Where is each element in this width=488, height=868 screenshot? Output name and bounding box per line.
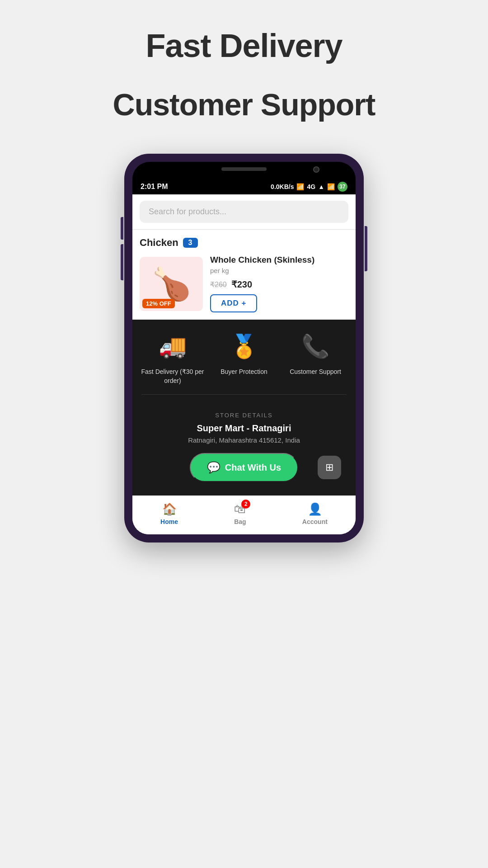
product-info: Whole Chicken (Skinless) per kg ₹260 ₹23… (210, 255, 348, 312)
chat-with-us-button[interactable]: 💬 Chat With Us (190, 453, 298, 482)
nav-bag[interactable]: 🛍 2 Bag (234, 502, 246, 525)
features-divider (141, 394, 347, 395)
nav-account-label: Account (302, 518, 328, 525)
guarantee-icon: 🏅 (228, 330, 260, 362)
store-section: STORE DETAILS Super Mart - Ratnagiri Rat… (132, 404, 356, 495)
volume-up-button (121, 217, 123, 240)
signal-lte: ▲ (318, 183, 324, 190)
price-new: ₹230 (231, 279, 252, 290)
bag-wrap: 🛍 2 (234, 502, 246, 516)
store-section-label: STORE DETAILS (140, 412, 348, 419)
phone-screen: Search for products... Chicken 3 🍗 12% O… (132, 194, 356, 534)
battery-level: 37 (338, 182, 347, 192)
status-icons: 0.0KB/s 📶 4G ▲ 📶 37 (271, 182, 347, 192)
support-icon: 📞 (300, 330, 331, 362)
signal-bars: 📶 (296, 183, 304, 190)
product-card: 🍗 12% OFF Whole Chicken (Skinless) per k… (140, 255, 348, 312)
search-placeholder: Search for products... (149, 207, 226, 216)
features-row: 🚚 Fast Delivery (₹30 per order) 🏅 Buyer … (137, 330, 351, 385)
phone-notch (132, 162, 356, 179)
nav-home-label: Home (160, 518, 178, 525)
search-section: Search for products... (132, 194, 356, 229)
product-section: Chicken 3 🍗 12% OFF Whole Chicken (Skinl… (132, 230, 356, 320)
product-name: Whole Chicken (Skinless) (210, 255, 348, 265)
account-icon: 👤 (308, 502, 322, 516)
store-name: Super Mart - Ratnagiri (140, 423, 348, 434)
feature-fast-delivery: 🚚 Fast Delivery (₹30 per order) (141, 330, 204, 385)
buyer-protection-label: Buyer Protection (221, 368, 267, 377)
qr-icon: ⊞ (325, 462, 333, 473)
volume-down-button (121, 244, 123, 280)
speaker-grill (221, 167, 267, 171)
qr-code-button[interactable]: ⊞ (318, 456, 341, 479)
status-bar: 2:01 PM 0.0KB/s 📶 4G ▲ 📶 37 (132, 179, 356, 194)
nav-account[interactable]: 👤 Account (302, 502, 328, 525)
status-time: 2:01 PM (141, 183, 168, 191)
front-camera (313, 166, 319, 173)
product-image-wrap: 🍗 12% OFF (140, 257, 203, 311)
search-input[interactable]: Search for products... (140, 201, 348, 223)
add-to-cart-button[interactable]: ADD + (210, 294, 257, 312)
home-icon: 🏠 (162, 502, 177, 516)
bottom-navigation: 🏠 Home 🛍 2 Bag 👤 Account (132, 495, 356, 534)
customer-support-label: Customer Support (290, 368, 341, 377)
section-header: Chicken 3 (140, 237, 348, 249)
chat-label: Chat With Us (225, 462, 281, 473)
power-button (365, 226, 367, 271)
network-type: 4G (307, 183, 315, 190)
price-row: ₹260 ₹230 (210, 279, 348, 290)
category-title: Chicken (140, 237, 178, 249)
store-address: Ratnagiri, Maharashtra 415612, India (140, 436, 348, 444)
feature-customer-support: 📞 Customer Support (284, 330, 347, 377)
nav-home[interactable]: 🏠 Home (160, 502, 178, 525)
fast-delivery-icon: 🚚 (157, 330, 188, 362)
heading-customer-support: Customer Support (113, 87, 375, 122)
heading-fast-delivery: Fast Delivery (145, 27, 342, 64)
features-section: 🚚 Fast Delivery (₹30 per order) 🏅 Buyer … (132, 320, 356, 404)
nav-bag-label: Bag (234, 518, 246, 525)
chat-button-wrap: 💬 Chat With Us ⊞ (140, 453, 348, 486)
signal-2: 📶 (327, 183, 335, 190)
product-unit: per kg (210, 267, 348, 274)
chicken-image-icon: 🍗 (152, 265, 191, 302)
whatsapp-icon: 💬 (207, 461, 221, 474)
fast-delivery-label: Fast Delivery (₹30 per order) (141, 368, 204, 385)
price-old: ₹260 (210, 280, 227, 289)
phone-mockup: 2:01 PM 0.0KB/s 📶 4G ▲ 📶 37 Search for p… (124, 154, 364, 542)
category-count: 3 (183, 238, 198, 248)
data-speed: 0.0KB/s (271, 183, 294, 190)
bag-badge: 2 (241, 500, 250, 509)
discount-badge: 12% OFF (142, 299, 175, 308)
feature-buyer-protection: 🏅 Buyer Protection (212, 330, 276, 377)
